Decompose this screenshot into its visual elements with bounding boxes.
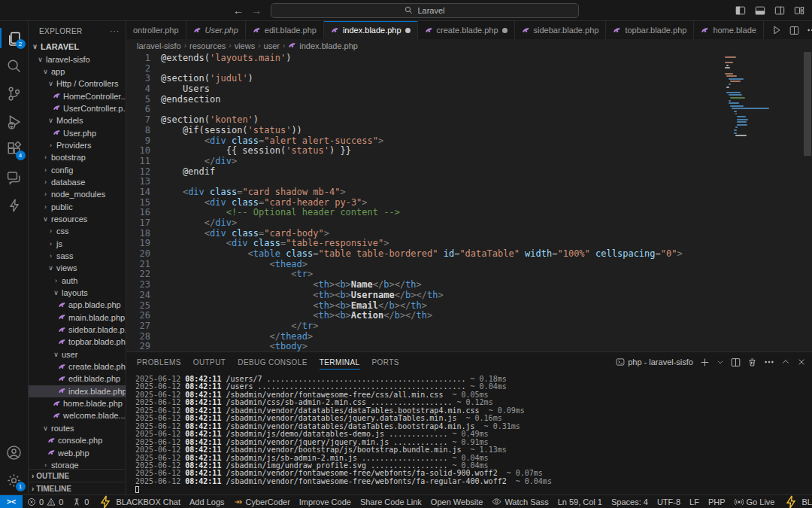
code-line[interactable]: 15<div class="card-header py-3">	[126, 198, 723, 208]
status-item-improve-code[interactable]: Improve Code	[295, 495, 356, 508]
status-item-eol[interactable]: LF	[685, 495, 704, 508]
explorer-more-icon[interactable]: ···	[110, 27, 120, 35]
panel-tab-debug-console[interactable]: DEBUG CONSOLE	[238, 352, 307, 372]
minimap[interactable]	[723, 52, 803, 351]
code-line[interactable]: 11</div>	[126, 157, 723, 167]
tree-item-folder[interactable]: ›auth	[29, 275, 126, 287]
code-line[interactable]: 6	[126, 105, 723, 115]
tree-item-folder[interactable]: ∨app	[29, 65, 126, 78]
status-item-problems[interactable]: 00	[23, 495, 68, 508]
split-terminal-icon[interactable]	[731, 357, 741, 367]
code-line[interactable]: 1@extends('layouts.main')	[126, 53, 723, 64]
tree-item-file[interactable]: create.blade.php	[29, 360, 126, 373]
tree-item-file[interactable]: User.php	[29, 126, 126, 138]
terminal-cursor[interactable]	[135, 486, 139, 493]
code-line[interactable]: 24<th><b>Username</b></th>	[126, 291, 723, 301]
tree-item-folder[interactable]: ∨routes	[29, 422, 126, 434]
tree-item-file[interactable]: HomeController....	[29, 90, 126, 102]
nav-forward-icon[interactable]: →	[251, 5, 262, 17]
tree-item-folder[interactable]: ›css	[29, 225, 126, 237]
code-line[interactable]: 5@endsection	[126, 95, 723, 105]
code-line[interactable]: 13	[126, 177, 723, 187]
toggle-panel-icon[interactable]	[755, 5, 765, 16]
code-line[interactable]: 14<div class="card shadow mb-4">	[126, 187, 723, 198]
tree-item-folder[interactable]: ›config	[29, 163, 126, 175]
breadcrumb-item[interactable]: resources	[189, 41, 226, 50]
breadcrumb-item[interactable]: laravel-sisfo	[137, 41, 181, 50]
code-line[interactable]: 25<th><b>Email</b></th>	[126, 301, 723, 312]
toggle-secondary-sidebar-icon[interactable]	[774, 5, 785, 16]
code-line[interactable]: 27</tr>	[126, 321, 723, 332]
editor-tab[interactable]: sidebar.blade.php	[515, 21, 607, 39]
tree-item-file[interactable]: sidebar.blade.p...	[29, 324, 126, 336]
tree-item-file[interactable]: topbar.blade.php	[29, 336, 126, 348]
code-line[interactable]: 8@if(session('status'))	[126, 126, 723, 136]
code-line[interactable]: 3@section('judul')	[126, 74, 723, 84]
code-line[interactable]: 19<div class="table-responsive">	[126, 239, 723, 249]
tree-item-folder[interactable]: ›public	[29, 200, 126, 212]
status-item-cursor-position[interactable]: Ln 59, Col 1	[553, 495, 607, 508]
add-terminal-icon[interactable]	[700, 357, 710, 367]
editor-tab[interactable]: topbar.blade.php	[606, 21, 694, 39]
editor-tab[interactable]: User.php	[186, 21, 246, 39]
status-item-indentation[interactable]: Spaces: 4	[607, 495, 653, 508]
tree-item-folder[interactable]: ∨user	[29, 348, 126, 360]
status-item-encoding[interactable]: UTF-8	[653, 495, 685, 508]
chevron-up-icon[interactable]	[781, 357, 790, 367]
dropdown-icon[interactable]	[717, 358, 724, 366]
close-icon[interactable]	[797, 357, 806, 367]
status-item-share-code-link[interactable]: Share Code Link	[356, 495, 426, 508]
tree-item-folder[interactable]: ›node_modules	[29, 188, 126, 200]
tree-item-folder[interactable]: ∨Http / Controllers	[29, 78, 126, 90]
activity-item-extensions[interactable]: 4	[0, 135, 29, 163]
status-item-language-mode[interactable]: PHP	[704, 495, 730, 508]
trash-icon[interactable]	[747, 357, 757, 367]
modified-dot-icon[interactable]	[502, 28, 508, 33]
tree-item-file[interactable]: console.php	[29, 434, 126, 446]
code-line[interactable]: 12@endif	[126, 167, 723, 178]
tree-item-file[interactable]: web.php	[29, 446, 126, 458]
activity-item-source-control[interactable]	[0, 80, 29, 108]
tree-item-file[interactable]: app.blade.php	[29, 299, 126, 311]
nav-back-icon[interactable]: ←	[233, 5, 244, 17]
code-line[interactable]: 4Users	[126, 84, 723, 95]
sidebar-section-timeline[interactable]: ›TIMELINE	[29, 482, 126, 494]
editor-scrollbar[interactable]	[803, 52, 812, 351]
more-icon[interactable]	[764, 357, 774, 367]
activity-item-settings[interactable]: 1	[0, 467, 29, 494]
activity-item-search[interactable]	[0, 52, 29, 80]
code-line[interactable]: 22<tr>	[126, 269, 723, 280]
code-line[interactable]: 20<table class="table table-bordered" id…	[126, 249, 723, 260]
panel-tab-terminal[interactable]: TERMINAL	[320, 352, 360, 372]
terminal-output[interactable]: 2025-06-12 08:42:11 /users/7 ...........…	[126, 372, 812, 494]
code-line[interactable]: 2	[126, 64, 723, 75]
tree-item-folder[interactable]: ∨layouts	[29, 287, 126, 299]
tree-item-folder[interactable]: ›Providers	[29, 139, 126, 151]
panel-tab-output[interactable]: OUTPUT	[193, 352, 226, 372]
status-item-open-website[interactable]: Open Website	[426, 495, 488, 508]
split-editor-icon[interactable]	[789, 26, 799, 35]
tree-item-folder[interactable]: ∨Models	[29, 114, 126, 126]
breadcrumb-item[interactable]: index.blade.php	[299, 41, 358, 50]
customize-layout-icon[interactable]	[794, 5, 804, 16]
tree-item-folder[interactable]: ›storage	[29, 459, 126, 469]
code-line[interactable]: 17</div>	[126, 218, 723, 229]
status-item-remote[interactable]: ><	[0, 495, 23, 508]
code-line[interactable]: 9<div class="alert alert-success">	[126, 136, 723, 147]
tree-item-folder[interactable]: ›database	[29, 176, 126, 188]
terminal-instance-label[interactable]: php - laravel-sisfo	[616, 357, 693, 367]
code-line[interactable]: 7@section('konten')	[126, 115, 723, 126]
breadcrumb-item[interactable]: user	[264, 41, 280, 50]
tree-item-file[interactable]: welcome.blade....	[29, 409, 126, 421]
tree-item-folder[interactable]: ›sass	[29, 250, 126, 262]
run-icon[interactable]	[771, 25, 782, 35]
activity-item-accounts[interactable]	[0, 439, 29, 467]
status-item-blackboxai-open-chat[interactable]: BLACKBOXAI: Open Chat	[779, 495, 812, 508]
tree-item-file[interactable]: index.blade.php	[29, 385, 126, 397]
code-editor[interactable]: 1@extends('layouts.main')23@section('jud…	[126, 52, 812, 351]
status-item-go-live[interactable]: Go Live	[730, 495, 780, 508]
code-line[interactable]: 16<!-- Optional header content -->	[126, 208, 723, 218]
activity-item-run-debug[interactable]	[0, 108, 29, 135]
code-line[interactable]: 21<thead>	[126, 260, 723, 270]
activity-item-explorer[interactable]: 2	[0, 24, 29, 52]
